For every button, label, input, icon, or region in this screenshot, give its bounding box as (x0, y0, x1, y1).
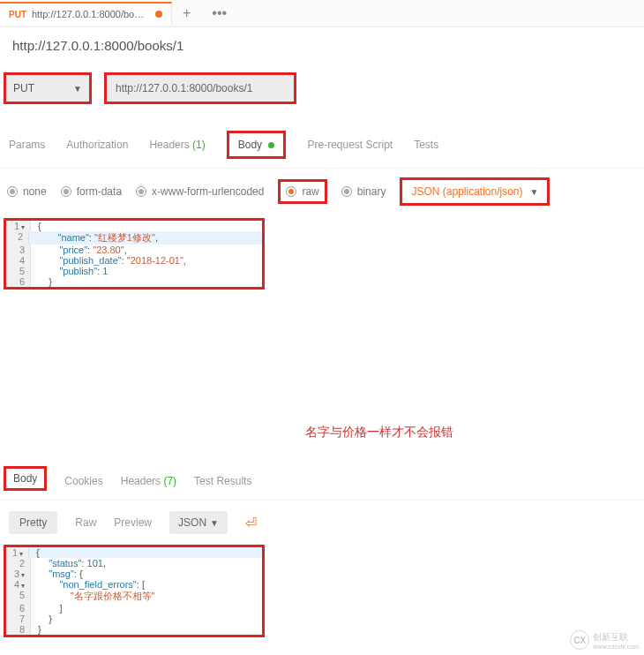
gutter-line: 6 (6, 603, 31, 614)
body-type-none-label: none (23, 185, 47, 198)
radio-icon (341, 186, 352, 197)
body-type-raw-label: raw (302, 185, 318, 198)
resp-format-preview[interactable]: Preview (114, 516, 152, 529)
body-type-binary[interactable]: binary (341, 185, 386, 198)
annotation-text: 名字与价格一样才不会报错 (305, 425, 453, 440)
body-type-form-label: form-data (77, 185, 122, 198)
body-type-row: none form-data x-www-form-urlencoded raw… (0, 169, 644, 215)
resp-format-pretty[interactable]: Pretty (9, 511, 57, 534)
gutter-line[interactable]: 1 (6, 547, 29, 558)
gutter-line: 4 (6, 255, 31, 266)
watermark-text: 创新互联 (593, 631, 639, 638)
response-format-row: Pretty Raw Preview JSON ▼ ⏎ (0, 501, 644, 545)
new-tab-button[interactable]: + (172, 0, 201, 26)
radio-icon (7, 186, 18, 197)
body-type-binary-label: binary (357, 185, 386, 198)
tab-body[interactable]: Body (227, 131, 287, 159)
tab-method-badge: PUT (9, 10, 26, 19)
tab-body-label: Body (238, 139, 262, 151)
url-input[interactable]: http://127.0.0.1:8000/books/1 (104, 72, 296, 104)
gutter-line[interactable]: 4 (6, 579, 31, 590)
gutter-line: 3 (6, 245, 31, 255)
gutter-line: 2 (6, 231, 29, 245)
request-bar: PUT ▼ http://127.0.0.1:8000/books/1 (0, 64, 644, 113)
tab-authorization[interactable]: Authorization (66, 139, 128, 151)
radio-icon (286, 186, 296, 197)
chevron-down-icon: ▼ (210, 518, 219, 528)
content-type-select[interactable]: JSON (application/json) ▼ (400, 177, 550, 206)
radio-icon (61, 186, 71, 197)
gutter-line: 2 (6, 558, 31, 568)
wrap-lines-icon[interactable]: ⏎ (245, 515, 257, 531)
response-tabs: Body Cookies Headers (7) Test Results (0, 466, 644, 501)
tab-params[interactable]: Params (9, 139, 45, 151)
body-type-none[interactable]: none (7, 185, 47, 198)
tab-headers[interactable]: Headers (1) (149, 139, 205, 151)
tab-unsaved-dot (155, 11, 162, 18)
resp-tab-headers-count: (7) (163, 475, 176, 487)
method-select-value: PUT (13, 82, 34, 94)
resp-tab-headers-label: Headers (121, 475, 161, 487)
resp-tab-cookies[interactable]: Cookies (64, 475, 102, 491)
body-type-raw[interactable]: raw (278, 179, 326, 204)
chevron-down-icon: ▼ (530, 187, 539, 197)
tab-body-indicator (268, 142, 274, 148)
tab-bar: PUT http://127.0.0.1:8000/books/ + ••• (0, 0, 644, 27)
method-select[interactable]: PUT ▼ (4, 72, 92, 104)
tab-overflow-button[interactable]: ••• (201, 0, 237, 26)
gutter-line[interactable]: 1 (6, 221, 31, 231)
resp-format-raw[interactable]: Raw (75, 516, 96, 529)
request-subtabs: Params Authorization Headers (1) Body Pr… (0, 113, 644, 169)
resp-lang-value: JSON (178, 516, 206, 529)
body-type-urlencoded[interactable]: x-www-form-urlencoded (136, 185, 264, 198)
request-body-editor[interactable]: 1{ 2 "name": "红楼梦1修改", 3 "price": "23.80… (4, 218, 265, 290)
resp-tab-tests[interactable]: Test Results (194, 475, 251, 491)
gutter-line: 5 (6, 590, 31, 603)
request-tab[interactable]: PUT http://127.0.0.1:8000/books/ (0, 2, 172, 25)
watermark-logo: CX (570, 630, 589, 637)
body-type-form-data[interactable]: form-data (61, 185, 122, 198)
watermark: CX 创新互联 www.cdcxhl.com (570, 630, 639, 637)
body-type-urlenc-label: x-www-form-urlencoded (152, 185, 264, 198)
gutter-line: 5 (6, 266, 31, 276)
resp-tab-body[interactable]: Body (4, 466, 47, 491)
gutter-line: 8 (6, 624, 31, 635)
resp-lang-select[interactable]: JSON ▼ (169, 511, 228, 534)
content-type-value: JSON (application/json) (411, 185, 522, 198)
radio-icon (136, 186, 146, 197)
url-input-value: http://127.0.0.1:8000/books/1 (116, 82, 252, 94)
resp-tab-headers[interactable]: Headers (7) (121, 475, 176, 491)
tab-title: http://127.0.0.1:8000/books/ (32, 9, 146, 19)
response-body-editor[interactable]: 1{ 2 "status": 101, 3 "msg": { 4 "non_fi… (4, 545, 265, 637)
tab-headers-count: (1) (192, 139, 206, 151)
tab-prerequest[interactable]: Pre-request Script (307, 139, 393, 151)
gutter-line[interactable]: 3 (6, 568, 31, 579)
chevron-down-icon: ▼ (73, 84, 82, 94)
gutter-line: 6 (6, 276, 31, 287)
request-title: http://127.0.0.1:8000/books/1 (0, 27, 644, 64)
tab-tests[interactable]: Tests (414, 139, 438, 151)
gutter-line: 7 (6, 614, 31, 624)
tab-headers-label: Headers (149, 139, 189, 151)
